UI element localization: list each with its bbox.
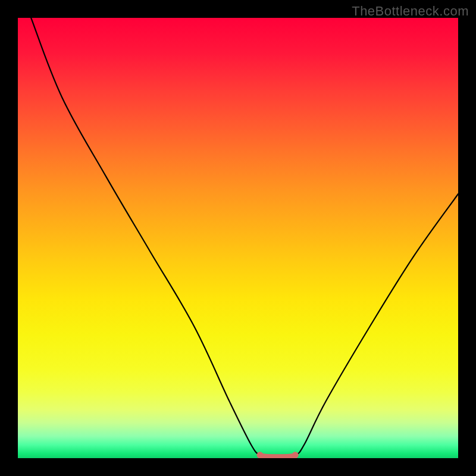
highlight-segment xyxy=(260,455,295,457)
highlight-end-right xyxy=(292,452,299,458)
curve-svg xyxy=(18,18,458,458)
highlight-end-left xyxy=(257,452,264,458)
plot-area xyxy=(18,18,458,458)
watermark-text: TheBottleneck.com xyxy=(352,4,469,19)
bottleneck-curve xyxy=(31,18,458,457)
chart-frame: TheBottleneck.com xyxy=(0,0,476,476)
